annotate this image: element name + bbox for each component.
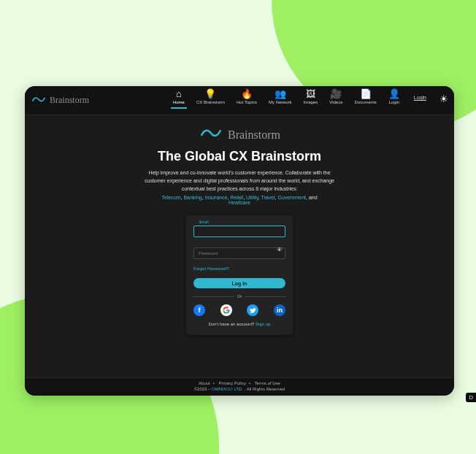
- copyright-prefix: ©2023 –: [194, 387, 212, 391]
- forgot-password-link[interactable]: Forgot Password?: [193, 266, 285, 271]
- facebook-icon: f: [199, 307, 201, 314]
- logo-icon: [199, 126, 223, 145]
- user-icon: 👤: [388, 89, 400, 99]
- linkedin-icon: in: [277, 307, 283, 314]
- logo-icon: [31, 94, 47, 107]
- theme-toggle[interactable]: ☀: [439, 93, 448, 104]
- hero-logo: Brainstorm: [199, 126, 280, 145]
- fire-icon: 🔥: [241, 89, 253, 99]
- industry-link[interactable]: Travel: [261, 195, 275, 200]
- nav-label: Hot Topics: [237, 100, 257, 104]
- nav-videos[interactable]: 🎥Videos: [327, 89, 345, 107]
- sun-icon: ☀: [439, 93, 448, 104]
- nav-label: Images: [304, 100, 318, 104]
- home-icon: ⌂: [176, 89, 182, 99]
- twitter-button[interactable]: [247, 304, 258, 316]
- footer-privacy[interactable]: Privacy Policy: [219, 381, 246, 385]
- nav-list: ⌂Home 💡CX Brainstorm 🔥Hot Topics 👥My Net…: [171, 86, 448, 115]
- industries-and: , and: [306, 195, 318, 200]
- page-subtitle: Help improve and co-innovate world's cus…: [145, 169, 334, 193]
- corner-badge: D: [466, 393, 476, 402]
- nav-my-network[interactable]: 👥My Network: [266, 89, 294, 107]
- bulb-icon: 💡: [204, 89, 216, 99]
- signup-line: Don't have an account? Sign up: [193, 322, 285, 326]
- company-name[interactable]: OMNIXCO LTD.: [212, 387, 243, 391]
- email-field-wrap: Email: [193, 223, 285, 237]
- nav-label: CX Brainstorm: [196, 100, 225, 104]
- nav-documents[interactable]: 📄Documents: [353, 89, 379, 107]
- nav-home[interactable]: ⌂Home: [171, 89, 187, 109]
- facebook-button[interactable]: f: [193, 304, 205, 316]
- image-icon: 🖼: [306, 89, 315, 99]
- people-icon: 👥: [275, 89, 286, 99]
- linkedin-button[interactable]: in: [274, 304, 285, 316]
- industries-line: Telecom, Banking, Insurance, Retail, Uti…: [161, 195, 317, 205]
- brand-logo[interactable]: Brainstorm: [31, 94, 89, 107]
- industry-link[interactable]: Banking: [183, 195, 201, 200]
- nav-images[interactable]: 🖼Images: [302, 89, 320, 107]
- or-divider: Or: [193, 294, 285, 299]
- brand-name: Brainstorm: [50, 95, 89, 106]
- industry-link[interactable]: Telecom: [161, 195, 180, 200]
- industry-link[interactable]: Healtcare: [229, 200, 250, 205]
- page-title: The Global CX Brainstorm: [158, 149, 321, 164]
- footer: About• Privacy Policy• Terms of Use ©202…: [25, 377, 454, 396]
- nav-label: Documents: [355, 100, 377, 104]
- social-row: f in: [193, 304, 285, 316]
- footer-about[interactable]: About: [199, 381, 210, 385]
- password-field[interactable]: [193, 247, 285, 259]
- login-link[interactable]: Login: [414, 95, 426, 100]
- google-icon: [223, 307, 230, 314]
- nav-label: Login: [389, 100, 400, 104]
- app-window: Brainstorm ⌂Home 💡CX Brainstorm 🔥Hot Top…: [25, 86, 454, 396]
- rights-text: . All Rights Reserved: [243, 387, 285, 391]
- hero-logo-text: Brainstorm: [228, 128, 280, 142]
- nav-cx-brainstorm[interactable]: 💡CX Brainstorm: [194, 89, 227, 107]
- email-field[interactable]: [193, 226, 285, 237]
- main-content: Brainstorm The Global CX Brainstorm Help…: [25, 115, 454, 377]
- nav-login[interactable]: 👤Login: [386, 89, 402, 107]
- nav-label: My Network: [269, 100, 292, 104]
- google-button[interactable]: [220, 304, 232, 316]
- industry-link[interactable]: Retail: [230, 195, 243, 200]
- video-icon: 🎥: [330, 89, 342, 99]
- industry-link[interactable]: Insurance: [205, 195, 228, 200]
- twitter-icon: [250, 307, 256, 314]
- login-button[interactable]: Log In: [193, 278, 285, 288]
- login-card: Email 👁 Forgot Password? Log In Or f in: [186, 215, 293, 336]
- industry-link[interactable]: Government: [277, 195, 306, 200]
- nav-hot-topics[interactable]: 🔥Hot Topics: [234, 89, 259, 107]
- nav-label: Home: [173, 100, 185, 104]
- signup-link[interactable]: Sign up: [256, 322, 270, 326]
- industry-link[interactable]: Utility: [246, 195, 258, 200]
- topbar: Brainstorm ⌂Home 💡CX Brainstorm 🔥Hot Top…: [25, 86, 454, 115]
- eye-icon[interactable]: 👁: [277, 247, 283, 253]
- footer-terms[interactable]: Terms of Use: [255, 381, 280, 385]
- nav-label: Videos: [329, 100, 342, 104]
- document-icon: 📄: [360, 89, 372, 99]
- password-field-wrap: 👁: [193, 245, 285, 259]
- email-label: Email: [198, 220, 210, 224]
